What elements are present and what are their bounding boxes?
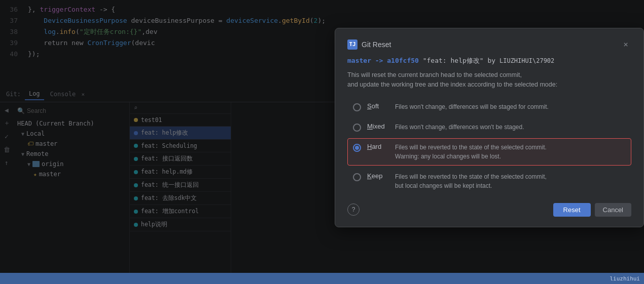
bottom-status: liuzhihui	[0, 273, 644, 284]
status-author: liuzhihui	[610, 275, 640, 282]
modal-commit-ref: master -> a10fcf50 "feat: help修改" by LIU…	[347, 56, 631, 65]
option-label-soft: Soft	[367, 102, 395, 110]
modal-title: Git Reset	[362, 40, 391, 49]
modal-desc-line2: and update the working tree and the inde…	[347, 80, 631, 90]
modal-description: This will reset the current branch head …	[347, 70, 631, 90]
radio-keep[interactable]	[353, 173, 361, 181]
modal-icon-label: TJ	[349, 41, 355, 48]
modal-icon: TJ	[347, 39, 357, 50]
cancel-button[interactable]: Cancel	[595, 203, 631, 217]
option-desc-soft: Files won't change, differences will be …	[395, 102, 549, 111]
modal-close-button[interactable]: ×	[620, 38, 631, 50]
commit-quote-open: "feat: help修改"	[423, 57, 484, 64]
option-label-keep: Keep	[367, 172, 395, 180]
option-mixed[interactable]: Mixed Files won't change, differences wo…	[347, 118, 631, 136]
option-label-hard: Hard	[367, 143, 395, 150]
reset-button[interactable]: Reset	[553, 203, 591, 217]
modal-title-row: TJ Git Reset	[347, 39, 391, 50]
option-keep[interactable]: Keep Files will be reverted to the state…	[347, 168, 631, 195]
option-soft[interactable]: Soft Files won't change, differences wil…	[347, 98, 631, 116]
commit-hash: master -> a10fcf50	[347, 57, 419, 64]
git-reset-modal: TJ Git Reset × master -> a10fcf50 "feat:…	[335, 28, 644, 227]
option-label-mixed: Mixed	[367, 123, 395, 130]
modal-desc-line1: This will reset the current branch head …	[347, 70, 631, 80]
footer-buttons: Reset Cancel	[553, 203, 631, 217]
commit-author: LIUZHIHUI\27902	[499, 57, 554, 64]
modal-overlay: TJ Git Reset × master -> a10fcf50 "feat:…	[0, 0, 644, 284]
help-button[interactable]: ?	[347, 204, 360, 216]
radio-soft[interactable]	[353, 103, 361, 111]
option-desc-hard: Files will be reverted to the state of t…	[395, 143, 547, 161]
radio-mixed[interactable]	[353, 124, 361, 132]
commit-by: by	[487, 57, 495, 64]
option-desc-mixed: Files won't change, differences won't be…	[395, 123, 524, 132]
modal-header: TJ Git Reset ×	[347, 38, 631, 50]
modal-footer: ? Reset Cancel	[347, 203, 631, 217]
option-desc-keep: Files will be reverted to the state of t…	[395, 172, 547, 190]
radio-hard-inner	[355, 146, 359, 150]
radio-hard[interactable]	[353, 144, 361, 152]
option-hard[interactable]: Hard Files will be reverted to the state…	[347, 138, 631, 166]
